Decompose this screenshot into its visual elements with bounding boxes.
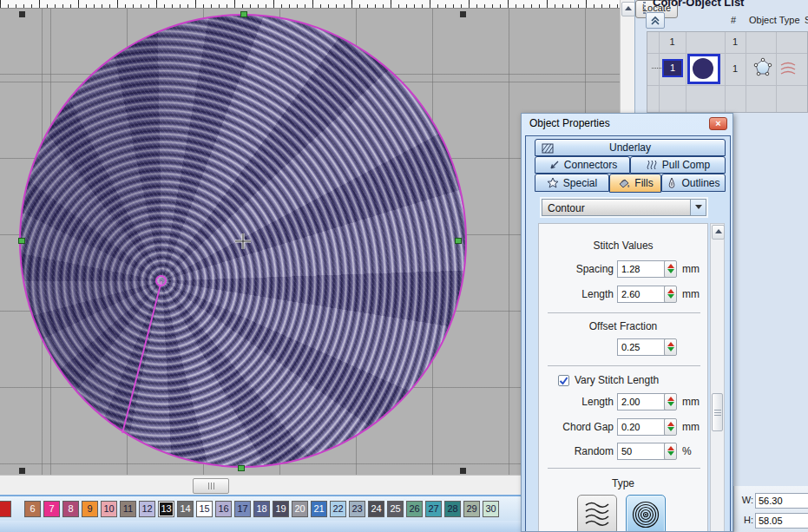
spacing-field[interactable]	[617, 260, 669, 278]
offset-field[interactable]	[617, 338, 669, 356]
palette-swatch-15[interactable]: 15	[196, 501, 213, 517]
up-arrow-icon	[625, 6, 632, 10]
height-label: H:	[739, 515, 753, 525]
tab-special[interactable]: Special	[535, 174, 609, 192]
palette-swatch-9[interactable]: 9	[82, 501, 98, 517]
height-field[interactable]	[755, 513, 808, 529]
width-label: W:	[739, 495, 753, 505]
table-gridline	[776, 32, 777, 112]
vary-length-stepper[interactable]	[664, 393, 677, 410]
double-chevron-up-icon	[649, 16, 661, 26]
crosshair-cursor	[234, 233, 252, 250]
chord-gap-field[interactable]	[617, 418, 669, 436]
palette-swatch-11[interactable]: 11	[120, 501, 136, 517]
palette-swatch-14[interactable]: 14	[177, 501, 194, 517]
length-stepper[interactable]	[664, 286, 677, 303]
scroll-up-button[interactable]	[712, 225, 725, 240]
offset-stepper[interactable]	[664, 338, 677, 356]
palette-swatch-24[interactable]: 24	[368, 501, 384, 517]
palette-swatch-25[interactable]: 25	[387, 501, 404, 517]
chord-gap-unit: mm	[682, 421, 700, 433]
length-label: Length	[539, 288, 614, 300]
object-thumbnail[interactable]	[687, 54, 720, 84]
palette-swatch-7[interactable]: 7	[43, 501, 60, 517]
object-node-top[interactable]	[240, 11, 247, 17]
spin-down-icon	[667, 402, 674, 406]
spin-down-icon	[667, 451, 674, 456]
fill-type-dropdown[interactable]: Contour	[542, 199, 706, 216]
palette-swatch-26[interactable]: 26	[406, 501, 423, 517]
tab-underlay[interactable]: Underlay	[535, 139, 726, 156]
horizontal-ruler	[0, 0, 620, 9]
palette-swatch-13[interactable]: 13	[158, 501, 174, 517]
palette-swatch-28[interactable]: 28	[444, 501, 461, 517]
close-button[interactable]: ×	[709, 117, 727, 130]
spacing-stepper[interactable]	[664, 260, 677, 278]
selection-handle-bottom-right[interactable]	[460, 468, 466, 474]
scroll-thumb[interactable]	[712, 393, 723, 431]
length-unit: mm	[682, 288, 700, 300]
palette-swatch-8[interactable]: 8	[62, 501, 79, 517]
spin-down-icon	[667, 347, 674, 351]
spin-up-icon	[667, 397, 674, 401]
fill-shape-icon[interactable]	[753, 57, 772, 76]
palette-swatch-20[interactable]: 20	[292, 501, 308, 517]
star-icon	[547, 177, 559, 188]
spin-down-icon	[667, 427, 674, 431]
connectors-icon	[548, 160, 560, 170]
palette-swatch-18[interactable]: 18	[253, 501, 270, 517]
scroll-up-button[interactable]	[621, 2, 635, 16]
color-object-table[interactable]: 1 1 1 1	[647, 31, 808, 113]
selection-handle-top-right[interactable]	[460, 11, 466, 17]
offset-row	[539, 338, 707, 356]
check-icon	[559, 376, 568, 385]
palette-swatch-10[interactable]: 10	[101, 501, 117, 517]
horizontal-scroll-thumb[interactable]	[193, 478, 229, 494]
palette-swatch-cut[interactable]	[0, 501, 11, 517]
chord-gap-stepper[interactable]	[664, 418, 677, 436]
selection-handle-bottom-left[interactable]	[19, 468, 25, 474]
contour-type-spiral-button[interactable]	[626, 495, 666, 532]
vary-length-field[interactable]	[617, 393, 669, 410]
random-row: Random %	[539, 443, 707, 460]
offset-fraction-heading: Offset Fraction	[539, 320, 707, 332]
length-field[interactable]	[617, 286, 669, 303]
spiral-center-node[interactable]	[155, 275, 167, 286]
random-label: Random	[539, 445, 614, 457]
object-node-right[interactable]	[455, 238, 462, 244]
section-divider	[548, 365, 700, 366]
length-row: Length mm	[539, 286, 707, 303]
tab-connectors[interactable]: Connectors	[535, 156, 630, 174]
object-properties-dialog[interactable]: Object Properties × Underlay Connectors	[521, 113, 733, 532]
collapse-panel-button[interactable]	[646, 12, 665, 29]
tab-outlines[interactable]: Outlines	[661, 174, 726, 192]
vary-stitch-length-checkbox[interactable]	[558, 375, 569, 386]
spacing-row: Spacing mm	[539, 260, 707, 278]
object-node-left[interactable]	[18, 238, 25, 244]
selection-handle-top-left[interactable]	[19, 11, 25, 17]
tab-fills[interactable]: Fills	[609, 174, 661, 193]
palette-swatch-16[interactable]: 16	[215, 501, 232, 517]
dialog-scrollbar[interactable]	[710, 223, 725, 532]
contour-type-standard-button[interactable]	[577, 495, 617, 532]
palette-swatch-23[interactable]: 23	[349, 501, 365, 517]
thread-color-chip[interactable]: 1	[662, 59, 683, 77]
palette-swatch-19[interactable]: 19	[273, 501, 289, 517]
random-field[interactable]	[617, 443, 669, 460]
palette-swatch-30[interactable]: 30	[483, 501, 499, 517]
palette-swatch-12[interactable]: 12	[139, 501, 155, 517]
palette-swatch-6[interactable]: 6	[24, 501, 41, 517]
spin-down-icon	[667, 294, 674, 299]
object-node-bottom[interactable]	[238, 465, 245, 471]
palette-swatch-21[interactable]: 21	[311, 501, 327, 517]
palette-swatch-29[interactable]: 29	[463, 501, 480, 517]
random-stepper[interactable]	[664, 443, 677, 460]
palette-swatch-22[interactable]: 22	[330, 501, 346, 517]
width-field[interactable]	[755, 493, 808, 509]
palette-swatch-27[interactable]: 27	[425, 501, 442, 517]
palette-swatch-17[interactable]: 17	[234, 501, 251, 517]
chord-gap-row: Chord Gap mm	[539, 418, 707, 436]
dialog-client-area: Underlay Connectors Pull Comp	[525, 135, 731, 532]
dropdown-button[interactable]	[690, 200, 706, 215]
tab-pull-comp[interactable]: Pull Comp	[630, 156, 726, 174]
